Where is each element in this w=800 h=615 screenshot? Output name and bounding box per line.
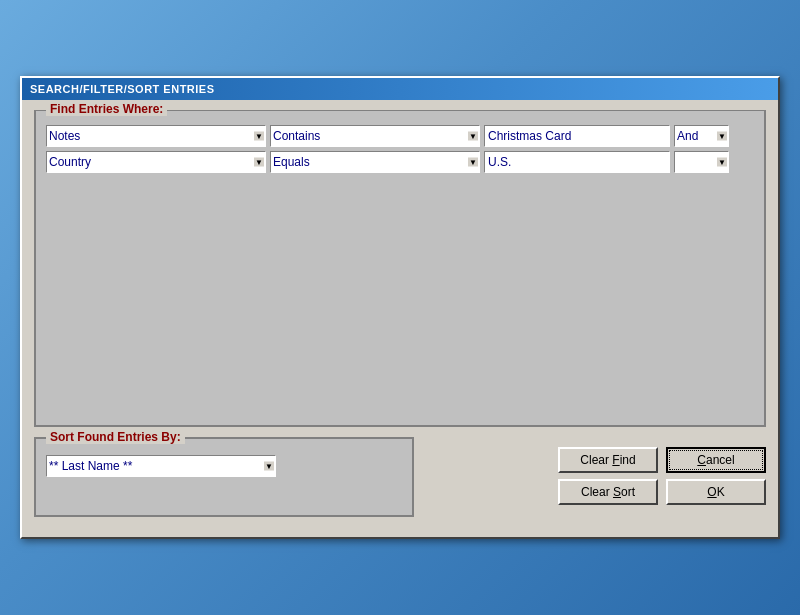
condition-select-1[interactable]: Contains Equals Starts With	[270, 125, 480, 147]
logic-select-wrapper-2[interactable]: And Or	[674, 151, 729, 173]
sort-group: Sort Found Entries By: ** Last Name ** F…	[34, 437, 414, 517]
button-row-1: Clear Find Cancel	[558, 447, 766, 473]
logic-select-1[interactable]: And Or	[674, 125, 729, 147]
condition-select-2[interactable]: Contains Equals Starts With	[270, 151, 480, 173]
sort-select[interactable]: ** Last Name ** First Name City State Co…	[46, 455, 276, 477]
field-select-wrapper-2[interactable]: Notes Country First Name Last Name	[46, 151, 266, 173]
ok-button[interactable]: OK	[666, 479, 766, 505]
main-window: SEARCH/FILTER/SORT ENTRIES Find Entries …	[20, 76, 780, 539]
clear-sort-button[interactable]: Clear Sort	[558, 479, 658, 505]
field-select-wrapper-1[interactable]: Notes Country First Name Last Name	[46, 125, 266, 147]
find-entries-inner: Notes Country First Name Last Name Conta…	[46, 125, 754, 415]
bottom-section: Sort Found Entries By: ** Last Name ** F…	[34, 437, 766, 517]
window-title: SEARCH/FILTER/SORT ENTRIES	[30, 83, 215, 95]
buttons-area: Clear Find Cancel Clear Sort OK	[426, 437, 766, 511]
sort-select-wrapper[interactable]: ** Last Name ** First Name City State Co…	[46, 455, 276, 477]
find-entries-legend: Find Entries Where:	[46, 102, 167, 116]
sort-group-legend: Sort Found Entries By:	[46, 430, 185, 444]
title-bar: SEARCH/FILTER/SORT ENTRIES	[22, 78, 778, 100]
filter-row-2: Notes Country First Name Last Name Conta…	[46, 151, 754, 173]
cancel-button[interactable]: Cancel	[666, 447, 766, 473]
filter-row-1: Notes Country First Name Last Name Conta…	[46, 125, 754, 147]
clear-find-button[interactable]: Clear Find	[558, 447, 658, 473]
button-row-2: Clear Sort OK	[558, 479, 766, 505]
logic-select-2[interactable]: And Or	[674, 151, 729, 173]
condition-select-wrapper-2[interactable]: Contains Equals Starts With	[270, 151, 480, 173]
window-body: Find Entries Where: Notes Country First …	[22, 100, 778, 537]
logic-select-wrapper-1[interactable]: And Or	[674, 125, 729, 147]
condition-select-wrapper-1[interactable]: Contains Equals Starts With	[270, 125, 480, 147]
value-input-1[interactable]	[484, 125, 670, 147]
field-select-2[interactable]: Notes Country First Name Last Name	[46, 151, 266, 173]
field-select-1[interactable]: Notes Country First Name Last Name	[46, 125, 266, 147]
value-input-2[interactable]	[484, 151, 670, 173]
find-entries-group: Find Entries Where: Notes Country First …	[34, 110, 766, 427]
sort-inner: ** Last Name ** First Name City State Co…	[46, 455, 402, 477]
